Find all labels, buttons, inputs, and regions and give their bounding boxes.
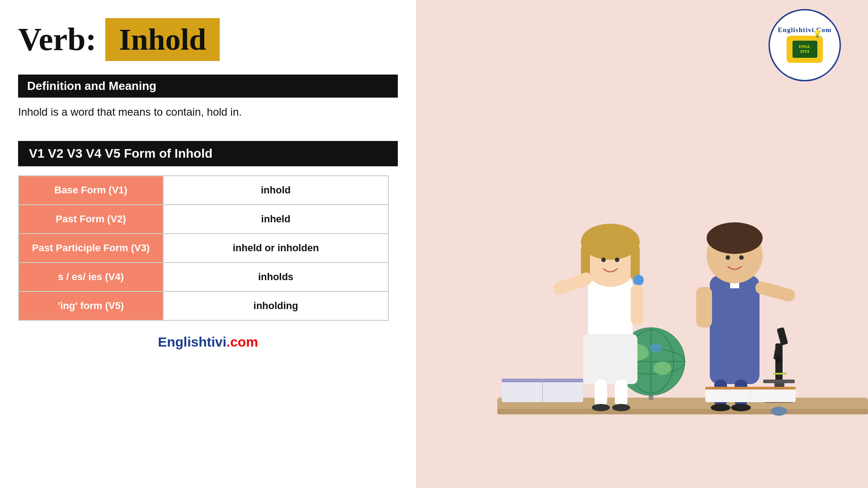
- svg-point-44: [731, 404, 751, 411]
- svg-rect-32: [710, 276, 760, 384]
- svg-rect-40: [754, 280, 797, 303]
- svg-point-38: [739, 255, 744, 260]
- footer-brand-blue: Englishtivi: [158, 334, 226, 349]
- svg-point-43: [711, 404, 731, 411]
- table-value-0: inhold: [163, 176, 388, 205]
- kids-svg: [461, 81, 868, 488]
- logo-screen: ENGLITVI: [793, 41, 817, 58]
- table-row: 'ing' form (V5)inholding: [19, 291, 388, 320]
- svg-point-50: [775, 356, 783, 363]
- table-row: Past Form (V2)inheld: [19, 205, 388, 234]
- svg-rect-39: [696, 287, 712, 328]
- logo-bulb-icon: 💡: [813, 29, 822, 38]
- title-row: Verb: Inhold: [18, 18, 398, 61]
- verb-forms-table: Base Form (V1)inholdPast Form (V2)inheld…: [18, 175, 389, 321]
- table-label-3: s / es/ ies (V4): [19, 263, 163, 291]
- svg-point-14: [653, 361, 671, 375]
- svg-point-52: [771, 407, 787, 416]
- svg-point-31: [612, 404, 630, 411]
- svg-point-25: [615, 258, 619, 262]
- children-illustration: [461, 81, 868, 488]
- title-word: Inhold: [105, 18, 220, 61]
- verb-label: Verb:: [18, 21, 96, 58]
- footer: Englishtivi.com: [18, 334, 398, 350]
- table-value-4: inholding: [163, 291, 388, 320]
- svg-rect-51: [763, 380, 795, 383]
- svg-point-36: [707, 222, 763, 254]
- definition-heading: Definition and Meaning: [18, 75, 398, 98]
- svg-rect-28: [594, 380, 607, 407]
- logo-text: Englishtivi.Com: [778, 26, 832, 34]
- logo: Englishtivi.Com ENGLITVI 💡: [769, 9, 841, 81]
- table-value-3: inholds: [163, 263, 388, 291]
- svg-rect-1: [497, 409, 868, 414]
- table-row: Base Form (V1)inhold: [19, 176, 388, 205]
- svg-point-15: [649, 343, 662, 352]
- table-label-2: Past Participle Form (V3): [19, 234, 163, 263]
- logo-tv: ENGLITVI 💡: [787, 36, 823, 63]
- svg-point-37: [726, 255, 730, 260]
- table-row: s / es/ ies (V4)inholds: [19, 263, 388, 291]
- table-value-2: inheld or inholden: [163, 234, 388, 263]
- table-value-1: inheld: [163, 205, 388, 234]
- svg-point-30: [592, 404, 610, 411]
- footer-brand-red: .com: [226, 334, 258, 349]
- left-panel: Verb: Inhold Definition and Meaning Inho…: [0, 0, 416, 488]
- svg-point-24: [601, 258, 606, 262]
- svg-rect-53: [773, 373, 787, 375]
- svg-rect-17: [583, 334, 637, 384]
- table-label-0: Base Form (V1): [19, 176, 163, 205]
- svg-rect-29: [615, 380, 627, 407]
- svg-rect-48: [777, 327, 788, 346]
- svg-rect-27: [631, 285, 643, 325]
- verb-forms-heading: V1 V2 V3 V4 V5 Form of Inhold: [18, 141, 398, 166]
- table-row: Past Participle Form (V3)inheld or inhol…: [19, 234, 388, 263]
- table-label-4: 'ing' form (V5): [19, 291, 163, 320]
- logo-screen-text: ENGLITVI: [799, 44, 811, 54]
- svg-point-23: [633, 275, 644, 286]
- right-panel: Englishtivi.Com ENGLITVI 💡: [416, 0, 868, 488]
- definition-text: Inhold is a word that means to contain, …: [18, 106, 398, 118]
- table-label-1: Past Form (V2): [19, 205, 163, 234]
- svg-rect-56: [705, 387, 796, 389]
